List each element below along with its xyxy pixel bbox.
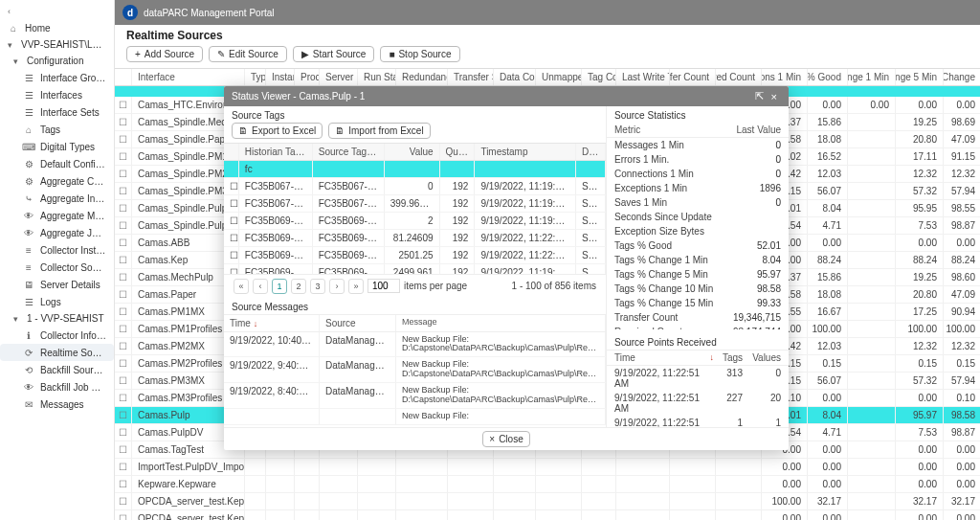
add-source-button[interactable]: +Add Source [126,46,203,62]
sidebar-item-aggregate-job-monitor[interactable]: 👁Aggregate Job Monitor [0,224,114,241]
tags-filter-input[interactable]: fc [245,164,253,174]
grid-header-cell[interactable]: Process [295,69,320,85]
tag-row[interactable]: ☐FC35B069-OPFC35B069-OP81.246091929/19/2… [224,230,606,247]
sidebar-server[interactable]: ▾1 - VVP-SEAHIST [0,310,114,327]
msg-header-cell[interactable]: Time↓ [224,315,320,331]
grid-header-cell[interactable]: Data Collector [494,69,536,85]
sidebar-item-aggregate-monitor[interactable]: 👁Aggregate Monitor [0,207,114,224]
sidebar-tree-root[interactable]: ▾VVP-SEAHIST\Local Historian [0,36,114,53]
row-expand-icon[interactable]: ☐ [115,441,132,458]
grid-header-cell[interactable]: % Change 1 Min [848,69,896,85]
grid-header-cell[interactable]: Instance [266,69,295,85]
grid-header-cell[interactable]: Server Name [320,69,358,85]
tag-row[interactable]: ☐FC35B067-PVFC35B067-PV01929/19/2022, 11… [224,178,606,195]
row-expand-icon[interactable]: ☐ [115,217,132,234]
table-row[interactable]: ☐OPCDA_server_test.Kepware_clone0.000.00… [115,510,980,520]
message-row[interactable]: 9/19/2022, 9:40:07 AMDataManagementNew B… [224,357,606,383]
grid-header-cell[interactable] [115,69,132,85]
row-expand-icon[interactable]: ☐ [115,131,132,147]
sidebar-item-interface-groups[interactable]: ☰Interface Groups [0,69,114,86]
row-expand-icon[interactable]: ☐ [115,183,132,199]
tags-header-cell[interactable]: Value [385,144,440,160]
sidebar-item-aggregate-configuration[interactable]: ⚙Aggregate Configuration [0,172,114,190]
modal-close-icon[interactable]: × [768,91,781,102]
import-excel-button[interactable]: 🗎Import from Excel [328,123,430,139]
row-expand-icon[interactable]: ☐ [115,321,132,337]
row-expand-icon[interactable]: ☐ [115,304,132,320]
msg-header-cell[interactable]: Message [396,315,606,331]
tp-3[interactable]: 3 [310,279,325,294]
tag-row[interactable]: ☐FC35B069-MODFC35B069-MOD21929/19/2022, … [224,213,606,230]
row-expand-icon[interactable]: ☐ [115,166,132,182]
grid-header-cell[interactable]: Received Count [716,69,762,85]
row-expand-icon[interactable]: ☐ [115,148,132,165]
row-expand-icon[interactable]: ☐ [115,97,132,113]
grid-header-cell[interactable]: Run Status [358,69,396,85]
msg-header-cell[interactable]: Source [320,315,396,331]
tags-header-cell[interactable]: Source TagName [313,144,385,160]
sidebar-item-backfill-job-monitor[interactable]: 👁Backfill Job Monitor [0,378,114,396]
tp-size[interactable] [368,279,400,293]
spr-row[interactable]: 9/19/2022, 11:22:51 AM3130 [607,366,789,391]
grid-header-cell[interactable]: Type [245,69,266,85]
grid-header-cell[interactable]: Tags % Good [808,69,848,85]
grid-header-cell[interactable]: Interface [132,69,245,85]
message-row[interactable]: New Backup File: [224,409,606,425]
modal-close-button[interactable]: × Close [482,431,529,447]
row-expand-icon[interactable]: ☐ [115,424,132,441]
row-expand-icon[interactable]: ☐ [115,252,132,268]
row-expand-icon[interactable]: ☐ [115,476,132,492]
sidebar-config[interactable]: ▾Configuration [0,53,114,69]
table-row[interactable]: ☐Kepware.Kepware0.000.000.000.00 [115,476,980,493]
spr-row[interactable]: 9/19/2022, 11:22:51 AM22720 [607,391,789,416]
row-expand-icon[interactable]: ☐ [115,338,132,354]
row-expand-icon[interactable]: ☐ [115,510,132,520]
start-source-button[interactable]: ▶Start Source [293,46,375,62]
row-expand-icon[interactable]: ☐ [115,200,132,216]
export-excel-button[interactable]: 🗎Export to Excel [232,123,323,139]
tags-header-cell[interactable]: Historian TagName↑ [239,144,313,160]
row-expand-icon[interactable]: ☐ [115,114,132,130]
grid-header-cell[interactable]: Unmapped Tags [536,69,582,85]
grid-header-cell[interactable]: Redundancy Status [396,69,448,85]
row-expand-icon[interactable]: ☐ [115,493,132,509]
message-row[interactable]: 9/19/2022, 10:40:08 AMDataManagementNew … [224,332,606,358]
sidebar-item-collector-information[interactable]: ℹCollector Information [0,327,114,344]
grid-header-cell[interactable]: % Change 5 Min [896,69,944,85]
tag-row[interactable]: ☐FC35B069-SPFC35B069-SP2499.9611929/19/2… [224,264,606,274]
row-expand-icon[interactable]: ☐ [115,269,132,285]
tag-row[interactable]: ☐FC35B069-PVFC35B069-PV2501.251929/19/20… [224,247,606,264]
sidebar-item-tags[interactable]: ⌂Tags [0,121,114,138]
table-row[interactable]: ☐OPCDA_server_test.Kepware100.0032.1732.… [115,493,980,510]
tags-header-cell[interactable]: Timestamp [475,144,576,160]
sidebar-item-interfaces[interactable]: ☰Interfaces [0,86,114,103]
sidebar-collapse[interactable]: ‹ [0,4,114,19]
sidebar-item-messages[interactable]: ✉Messages [0,396,114,413]
grid-header-cell[interactable]: Transfer Status [448,69,494,85]
sidebar-item-logs[interactable]: ☰Logs [0,293,114,310]
sidebar-item-collector-instances[interactable]: ≡Collector Instances [0,241,114,259]
grid-header-cell[interactable]: Exceptions 1 Min [762,69,808,85]
modal-pin-icon[interactable]: ⇱ [751,90,768,102]
sidebar-item-default-configuration[interactable]: ⚙Default Configuration [0,155,114,172]
table-row[interactable]: ☐ImportTest.PulpDV_ImportTest0.000.000.0… [115,459,980,476]
row-expand-icon[interactable]: ☐ [115,355,132,372]
sidebar-item-backfill-sources[interactable]: ⟲Backfill Sources [0,361,114,378]
grid-header-cell[interactable]: % Change [944,69,980,85]
sidebar-item-interface-sets[interactable]: ☰Interface Sets [0,103,114,121]
edit-source-button[interactable]: ✎Edit Source [209,46,287,62]
tp-next[interactable]: › [329,279,345,294]
grid-header-cell[interactable]: Transfer Count [670,69,716,85]
row-expand-icon[interactable]: ☐ [115,235,132,251]
grid-header-cell[interactable]: Tag Count [582,69,616,85]
grid-header-cell[interactable]: Last Write Time [616,69,670,85]
tag-row[interactable]: ☐FC35B067-SPFC35B067-SP399.960941929/19/… [224,195,606,213]
tp-2[interactable]: 2 [291,279,306,294]
sidebar-home[interactable]: ⌂Home [0,19,114,36]
row-expand-icon[interactable]: ☐ [115,407,132,423]
stop-source-button[interactable]: ■Stop Source [380,46,459,62]
row-expand-icon[interactable]: ☐ [115,459,132,475]
sidebar-item-realtime-sources[interactable]: ⟳Realtime Sources [0,344,114,361]
row-expand-icon[interactable]: ☐ [115,373,132,389]
spr-row[interactable]: 9/19/2022, 11:22:51 AM11 [607,416,789,427]
